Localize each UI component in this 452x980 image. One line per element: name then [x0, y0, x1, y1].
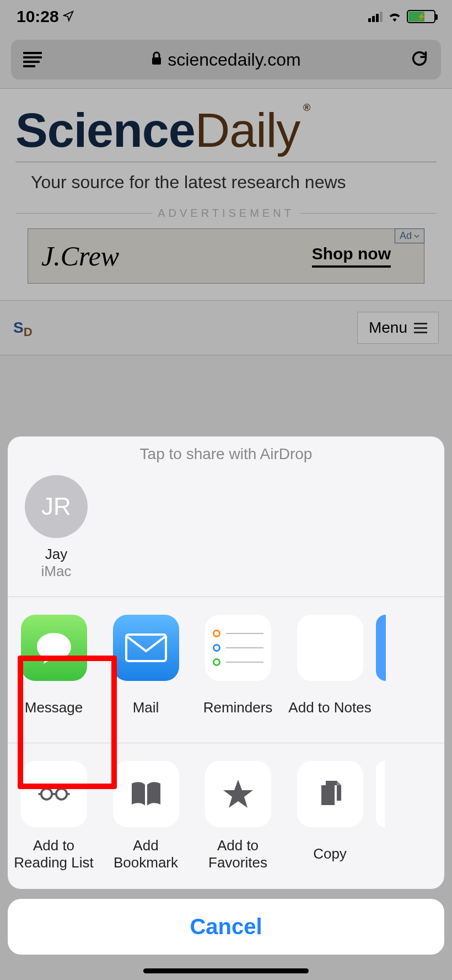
glasses-icon	[21, 761, 87, 827]
reload-icon[interactable]	[410, 49, 429, 70]
ad-cta: Shop now	[312, 244, 391, 268]
share-actions-row: Add to Reading List Add Bookmark Add to …	[8, 743, 444, 889]
home-indicator[interactable]	[143, 968, 309, 973]
lock-icon	[151, 50, 162, 70]
star-icon	[205, 761, 271, 827]
url-bar[interactable]: sciencedaily.com	[11, 40, 441, 79]
site-logo: ScienceDaily®	[15, 102, 300, 158]
cancel-button[interactable]: Cancel	[8, 899, 444, 955]
message-icon	[21, 615, 87, 681]
menu-button[interactable]: Menu	[357, 312, 439, 344]
share-app-notes[interactable]: Add to Notes	[284, 615, 376, 725]
ad-label: ADVERTISEMENT	[158, 207, 294, 220]
action-reading-list[interactable]: Add to Reading List	[8, 761, 100, 871]
share-app-reminders[interactable]: Reminders	[192, 615, 284, 725]
ad-brand: J.Crew	[28, 240, 312, 272]
site-menu-bar: SD Menu	[0, 300, 452, 355]
site-tagline: Your source for the latest research news	[15, 172, 437, 201]
reminders-icon	[205, 615, 271, 681]
status-time: 10:28	[17, 7, 59, 26]
action-copy[interactable]: Copy	[284, 761, 376, 871]
hamburger-icon	[414, 323, 427, 333]
svg-point-2	[41, 789, 52, 800]
share-app-message[interactable]: Message	[8, 615, 100, 725]
site-mini-logo: SD	[13, 319, 33, 337]
share-app-mail[interactable]: Mail	[100, 615, 192, 725]
book-icon	[113, 761, 179, 827]
notes-icon	[297, 615, 363, 681]
share-app-peek[interactable]	[376, 615, 386, 681]
airdrop-contact[interactable]: JR Jay iMac	[12, 475, 100, 580]
svg-rect-0	[152, 57, 161, 65]
svg-rect-1	[126, 635, 166, 661]
share-apps-row: Message Mail Reminders	[8, 597, 444, 743]
share-sheet: Tap to share with AirDrop JR Jay iMac Me…	[8, 436, 444, 955]
advertisement[interactable]: J.Crew Shop now Ad	[28, 228, 424, 284]
wifi-icon	[387, 7, 402, 26]
airdrop-title: Tap to share with AirDrop	[8, 436, 444, 468]
browser-chrome: sciencedaily.com	[0, 33, 452, 89]
battery-icon: ⚡	[407, 10, 435, 23]
share-action-peek[interactable]	[376, 761, 385, 827]
reader-mode-icon[interactable]	[23, 52, 42, 67]
url-text: sciencedaily.com	[168, 50, 300, 70]
ad-badge[interactable]: Ad	[395, 228, 424, 243]
location-icon	[62, 7, 74, 26]
mail-icon	[113, 615, 179, 681]
page-content: ScienceDaily® Your source for the latest…	[0, 89, 452, 355]
cellular-icon	[368, 12, 383, 22]
svg-point-3	[56, 789, 67, 800]
status-bar: 10:28 ⚡	[0, 0, 452, 33]
copy-icon	[297, 761, 363, 827]
action-add-bookmark[interactable]: Add Bookmark	[100, 761, 192, 871]
avatar: JR	[25, 475, 88, 538]
action-add-favorites[interactable]: Add to Favorites	[192, 761, 284, 871]
